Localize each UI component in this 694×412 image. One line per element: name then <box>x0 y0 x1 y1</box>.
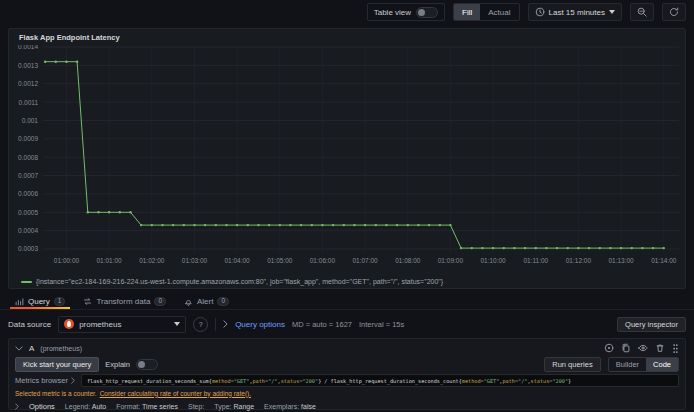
chevron-right-icon <box>71 377 75 384</box>
query-row-actions <box>604 343 679 354</box>
svg-text:01:14:00: 01:14:00 <box>651 257 677 264</box>
svg-text:01:05:00: 01:05:00 <box>267 257 293 264</box>
svg-text:01:04:00: 01:04:00 <box>224 257 250 264</box>
svg-text:0.0009: 0.0009 <box>18 135 38 142</box>
time-range-picker[interactable]: Last 15 minutes <box>528 3 622 21</box>
interval-summary: Interval = 15s <box>359 320 404 329</box>
expression-row: Metrics browser flask_http_request_durat… <box>15 374 679 387</box>
prometheus-logo-icon <box>64 319 74 329</box>
max-datapoints-summary: MD = auto = 1627 <box>292 320 352 329</box>
bell-icon <box>184 297 193 306</box>
svg-text:0.0008: 0.0008 <box>18 154 38 161</box>
time-range-label: Last 15 minutes <box>549 8 605 17</box>
svg-text:0.0004: 0.0004 <box>18 227 38 234</box>
chevron-down-icon <box>174 322 180 326</box>
svg-text:01:02:00: 01:02:00 <box>139 257 165 264</box>
divider <box>215 318 216 331</box>
panel-title: Flask App Endpoint Latency <box>19 33 120 42</box>
toggle-visibility-eye-icon[interactable] <box>638 343 648 353</box>
datasource-row: Data source prometheus ? Query options M… <box>0 313 694 335</box>
refresh-button[interactable] <box>662 3 686 21</box>
query-editor-row: A (prometheus) Kick start your query Exp… <box>8 338 686 410</box>
clock-icon <box>535 7 545 17</box>
datasource-picker[interactable]: prometheus <box>58 316 186 333</box>
chevron-right-icon[interactable] <box>15 403 19 410</box>
promql-code-editor[interactable]: flask_http_request_duration_seconds_sum{… <box>81 374 679 387</box>
svg-text:01:06:00: 01:06:00 <box>310 257 336 264</box>
explain-toggle[interactable] <box>136 359 158 370</box>
kick-start-button[interactable]: Kick start your query <box>15 357 99 372</box>
query-icon <box>15 297 24 306</box>
transform-icon <box>83 297 92 306</box>
tab-query[interactable]: Query 1 <box>8 293 72 309</box>
zoom-out-button[interactable] <box>630 3 654 21</box>
search-minus-icon <box>637 7 647 17</box>
chevron-right-icon <box>223 320 228 328</box>
tab-transform-badge: 0 <box>154 297 166 306</box>
panel-edit-toolbar: Table view Fill Actual Last 15 minutes <box>0 0 694 24</box>
chart-legend: {instance="ec2-184-169-216-224.us-west-1… <box>21 278 443 285</box>
counter-warning: Selected metric is a counter. Consider c… <box>15 388 679 398</box>
actual-button[interactable]: Actual <box>480 4 518 20</box>
svg-text:01:11:00: 01:11:00 <box>523 257 548 264</box>
fill-button[interactable]: Fill <box>454 4 480 20</box>
latency-panel: Flask App Endpoint Latency 01:00:0001:01… <box>8 28 686 289</box>
svg-text:01:01:00: 01:01:00 <box>96 257 122 264</box>
run-queries-button[interactable]: Run queries <box>544 357 600 372</box>
tab-transform-data[interactable]: Transform data 0 <box>76 293 173 309</box>
query-expression: flask_http_request_duration_seconds_sum{… <box>87 378 571 384</box>
svg-text:01:08:00: 01:08:00 <box>395 257 421 264</box>
tab-query-label: Query <box>28 297 50 306</box>
svg-text:0.0013: 0.0013 <box>18 62 38 69</box>
builder-button[interactable]: Builder <box>609 358 646 371</box>
query-datasource-hint: (prometheus) <box>40 345 82 352</box>
warning-rate-link[interactable]: Consider calculating rate of counter by … <box>100 390 251 397</box>
tab-alert[interactable]: Alert 0 <box>177 293 236 309</box>
tab-transform-label: Transform data <box>96 297 150 306</box>
datasource-help-icon[interactable]: ? <box>193 317 208 332</box>
tab-query-badge: 1 <box>54 297 66 306</box>
svg-text:01:10:00: 01:10:00 <box>480 257 506 264</box>
svg-text:0.0005: 0.0005 <box>18 209 38 216</box>
pane-size-toggle: Fill Actual <box>453 3 519 21</box>
query-options-toggle[interactable]: Query options <box>235 320 285 329</box>
duplicate-query-icon[interactable] <box>621 343 631 353</box>
datasource-label: Data source <box>8 320 51 329</box>
code-button[interactable]: Code <box>646 358 678 371</box>
legend-swatch <box>21 281 32 283</box>
refresh-icon <box>669 7 679 17</box>
collapse-chevron-icon[interactable] <box>15 346 23 351</box>
svg-text:01:09:00: 01:09:00 <box>438 257 464 264</box>
svg-text:01:13:00: 01:13:00 <box>608 257 634 264</box>
warning-text: Selected metric is a counter. <box>15 390 97 397</box>
svg-text:0.0007: 0.0007 <box>18 172 38 179</box>
builder-code-toggle: Builder Code <box>608 357 679 372</box>
datasource-name: prometheus <box>79 320 121 329</box>
datasource-circle-icon[interactable] <box>604 343 614 353</box>
query-options-row: Options Legend: AutoFormat: Time seriesS… <box>15 400 679 412</box>
metrics-browser-toggle[interactable]: Metrics browser <box>15 376 75 385</box>
svg-text:0.0014: 0.0014 <box>18 45 38 50</box>
options-toggle[interactable]: Options <box>29 402 55 411</box>
query-toolbar: Kick start your query Explain Run querie… <box>15 356 679 372</box>
latency-chart[interactable]: 01:00:0001:01:0001:02:0001:03:0001:04:00… <box>9 45 685 281</box>
explain-label: Explain <box>105 360 130 369</box>
query-row-header[interactable]: A (prometheus) <box>15 342 679 354</box>
svg-text:0.0012: 0.0012 <box>18 80 38 87</box>
svg-text:01:12:00: 01:12:00 <box>566 257 592 264</box>
svg-text:0.001: 0.001 <box>22 117 39 124</box>
legend-label[interactable]: {instance="ec2-184-169-216-224.us-west-1… <box>36 278 443 285</box>
drag-handle-icon[interactable] <box>672 343 679 354</box>
tab-alert-label: Alert <box>197 297 213 306</box>
svg-text:01:07:00: 01:07:00 <box>352 257 378 264</box>
chevron-down-icon <box>609 10 615 14</box>
svg-text:0.0006: 0.0006 <box>18 190 38 197</box>
tab-alert-badge: 0 <box>217 297 229 306</box>
editor-tabs: Query 1 Transform data 0 Alert 0 <box>0 293 694 310</box>
table-view-toggle[interactable] <box>416 7 438 18</box>
svg-text:01:00:00: 01:00:00 <box>54 257 80 264</box>
query-options-summary: Legend: AutoFormat: Time seriesStep: Typ… <box>65 403 316 410</box>
query-inspector-button[interactable]: Query inspector <box>617 317 686 332</box>
table-view-label: Table view <box>374 8 411 17</box>
delete-query-trash-icon[interactable] <box>655 343 665 353</box>
